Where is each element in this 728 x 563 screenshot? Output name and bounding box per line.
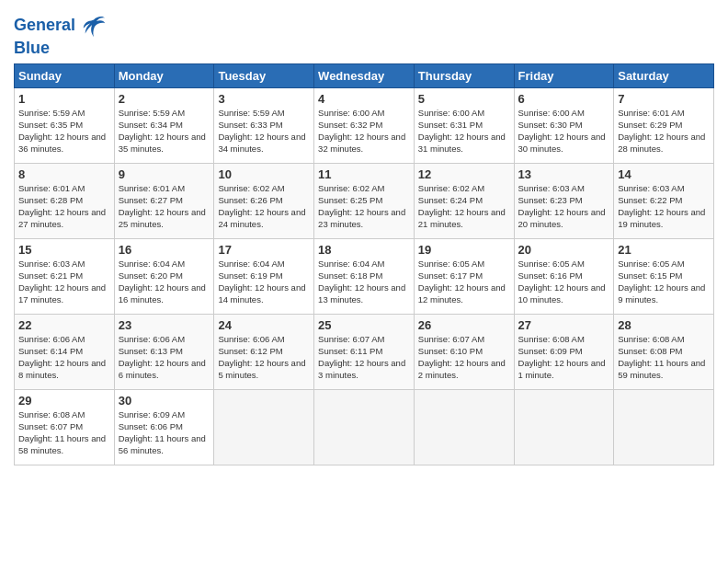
- day-number: 16: [119, 242, 210, 259]
- table-row: 18Sunrise: 6:04 AMSunset: 6:18 PMDayligh…: [314, 238, 415, 314]
- sunrise-text: Sunrise: 5:59 AM: [218, 108, 284, 118]
- daylight-label: Daylight: 12 hours and 6 minutes.: [119, 358, 206, 380]
- sunrise-text: Sunrise: 6:00 AM: [418, 108, 484, 118]
- table-row: 20Sunrise: 6:05 AMSunset: 6:16 PMDayligh…: [514, 238, 614, 314]
- sunrise-text: Sunrise: 6:00 AM: [318, 108, 384, 118]
- daylight-label: Daylight: 12 hours and 36 minutes.: [18, 132, 106, 154]
- sunrise-text: Sunrise: 6:06 AM: [18, 334, 85, 344]
- table-row: 12Sunrise: 6:02 AMSunset: 6:24 PMDayligh…: [414, 163, 514, 238]
- sunset-text: Sunset: 6:27 PM: [119, 195, 183, 205]
- table-row: 17Sunrise: 6:04 AMSunset: 6:19 PMDayligh…: [214, 238, 314, 314]
- table-row: 26Sunrise: 6:07 AMSunset: 6:10 PMDayligh…: [414, 314, 514, 389]
- table-row: 14Sunrise: 6:03 AMSunset: 6:22 PMDayligh…: [614, 163, 714, 238]
- table-row: 30Sunrise: 6:09 AMSunset: 6:06 PMDayligh…: [114, 389, 214, 465]
- sunset-text: Sunset: 6:14 PM: [18, 346, 83, 356]
- day-number: 19: [418, 242, 510, 259]
- day-number: 23: [119, 317, 210, 334]
- daylight-label: Daylight: 12 hours and 27 minutes.: [18, 207, 106, 229]
- daylight-label: Daylight: 12 hours and 19 minutes.: [618, 207, 705, 229]
- header-saturday: Saturday: [614, 63, 714, 87]
- sunrise-text: Sunrise: 6:07 AM: [418, 334, 484, 344]
- day-number: 4: [318, 91, 410, 108]
- sunset-text: Sunset: 6:23 PM: [518, 195, 583, 205]
- daylight-label: Daylight: 12 hours and 9 minutes.: [618, 282, 705, 304]
- sunrise-text: Sunrise: 6:05 AM: [618, 259, 684, 269]
- sunrise-text: Sunrise: 6:01 AM: [18, 183, 85, 193]
- sunrise-text: Sunrise: 6:08 AM: [18, 409, 85, 419]
- header-sunday: Sunday: [15, 63, 115, 87]
- table-row: 27Sunrise: 6:08 AMSunset: 6:09 PMDayligh…: [514, 314, 614, 389]
- daylight-label: Daylight: 12 hours and 12 minutes.: [418, 282, 506, 304]
- daylight-label: Daylight: 12 hours and 5 minutes.: [218, 358, 305, 380]
- sunset-text: Sunset: 6:28 PM: [18, 195, 83, 205]
- day-number: 7: [618, 91, 710, 108]
- daylight-label: Daylight: 11 hours and 56 minutes.: [119, 433, 206, 455]
- sunset-text: Sunset: 6:17 PM: [418, 270, 483, 281]
- daylight-label: Daylight: 12 hours and 1 minute.: [518, 358, 606, 380]
- sunrise-text: Sunrise: 6:05 AM: [418, 259, 484, 269]
- table-row: 3Sunrise: 5:59 AMSunset: 6:33 PMDaylight…: [214, 87, 314, 163]
- daylight-label: Daylight: 11 hours and 59 minutes.: [618, 358, 705, 380]
- table-row: 8Sunrise: 6:01 AMSunset: 6:28 PMDaylight…: [15, 163, 115, 238]
- daylight-label: Daylight: 12 hours and 24 minutes.: [218, 207, 305, 229]
- day-number: 30: [119, 393, 210, 409]
- sunset-text: Sunset: 6:11 PM: [318, 346, 382, 356]
- page-container: General Blue Sunday Monday Tuesday Wedne…: [0, 0, 728, 563]
- sunrise-text: Sunrise: 6:03 AM: [18, 259, 85, 269]
- header-thursday: Thursday: [414, 63, 514, 87]
- sunrise-text: Sunrise: 6:02 AM: [418, 183, 484, 193]
- table-row: [314, 389, 415, 465]
- header-monday: Monday: [114, 63, 214, 87]
- sunrise-text: Sunrise: 6:04 AM: [218, 259, 284, 269]
- calendar-table: Sunday Monday Tuesday Wednesday Thursday…: [14, 63, 714, 465]
- daylight-label: Daylight: 11 hours and 58 minutes.: [18, 433, 106, 455]
- logo-bird-icon: [81, 13, 107, 39]
- sunrise-text: Sunrise: 6:02 AM: [218, 183, 284, 193]
- table-row: 28Sunrise: 6:08 AMSunset: 6:08 PMDayligh…: [614, 314, 714, 389]
- table-row: [214, 389, 314, 465]
- daylight-label: Daylight: 12 hours and 32 minutes.: [318, 132, 405, 154]
- header-tuesday: Tuesday: [214, 63, 314, 87]
- table-row: 11Sunrise: 6:02 AMSunset: 6:25 PMDayligh…: [314, 163, 415, 238]
- day-number: 12: [418, 167, 510, 183]
- day-number: 27: [518, 317, 610, 334]
- daylight-label: Daylight: 12 hours and 34 minutes.: [218, 132, 305, 154]
- day-number: 20: [518, 242, 610, 259]
- day-number: 2: [119, 91, 210, 108]
- day-number: 18: [318, 242, 410, 259]
- table-row: 15Sunrise: 6:03 AMSunset: 6:21 PMDayligh…: [15, 238, 115, 314]
- sunset-text: Sunset: 6:24 PM: [418, 195, 483, 205]
- sunset-text: Sunset: 6:22 PM: [618, 195, 682, 205]
- sunset-text: Sunset: 6:08 PM: [618, 346, 682, 356]
- table-row: 1Sunrise: 5:59 AMSunset: 6:35 PMDaylight…: [15, 87, 115, 163]
- sunrise-text: Sunrise: 6:06 AM: [218, 334, 284, 344]
- sunrise-text: Sunrise: 6:03 AM: [618, 183, 684, 193]
- header-wednesday: Wednesday: [314, 63, 415, 87]
- daylight-label: Daylight: 12 hours and 16 minutes.: [119, 282, 206, 304]
- sunset-text: Sunset: 6:20 PM: [119, 270, 183, 281]
- day-number: 10: [218, 167, 310, 183]
- day-number: 26: [418, 317, 510, 334]
- day-number: 22: [18, 317, 110, 334]
- sunrise-text: Sunrise: 6:01 AM: [618, 108, 684, 118]
- sunrise-text: Sunrise: 5:59 AM: [18, 108, 85, 118]
- day-number: 8: [18, 167, 110, 183]
- table-row: [614, 389, 714, 465]
- calendar-week-row: 8Sunrise: 6:01 AMSunset: 6:28 PMDaylight…: [15, 163, 714, 238]
- table-row: 4Sunrise: 6:00 AMSunset: 6:32 PMDaylight…: [314, 87, 415, 163]
- calendar-header-row: Sunday Monday Tuesday Wednesday Thursday…: [15, 63, 714, 87]
- sunset-text: Sunset: 6:13 PM: [119, 346, 183, 356]
- daylight-label: Daylight: 12 hours and 2 minutes.: [418, 358, 506, 380]
- daylight-label: Daylight: 12 hours and 20 minutes.: [518, 207, 606, 229]
- daylight-label: Daylight: 12 hours and 25 minutes.: [119, 207, 206, 229]
- day-number: 13: [518, 167, 610, 183]
- daylight-label: Daylight: 12 hours and 35 minutes.: [119, 132, 206, 154]
- table-row: [414, 389, 514, 465]
- sunset-text: Sunset: 6:15 PM: [618, 270, 682, 281]
- daylight-label: Daylight: 12 hours and 31 minutes.: [418, 132, 506, 154]
- daylight-label: Daylight: 12 hours and 28 minutes.: [618, 132, 705, 154]
- table-row: 22Sunrise: 6:06 AMSunset: 6:14 PMDayligh…: [15, 314, 115, 389]
- table-row: 24Sunrise: 6:06 AMSunset: 6:12 PMDayligh…: [214, 314, 314, 389]
- sunset-text: Sunset: 6:19 PM: [218, 270, 282, 281]
- table-row: 9Sunrise: 6:01 AMSunset: 6:27 PMDaylight…: [114, 163, 214, 238]
